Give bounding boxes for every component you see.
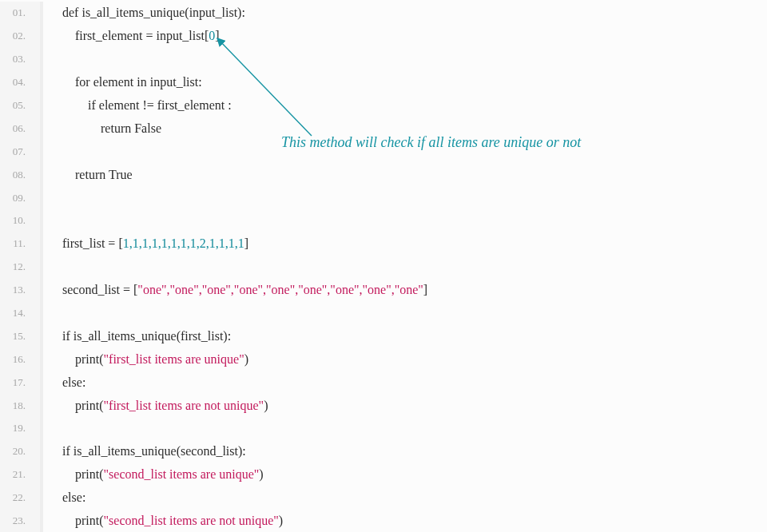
- code-line: 02. first_element = input_list[0]: [0, 25, 767, 48]
- line-number: 04.: [0, 71, 43, 94]
- line-number: 13.: [0, 279, 43, 302]
- code-line: 04. for element in input_list:: [0, 71, 767, 94]
- code-line: 23. print("second_list items are not uni…: [0, 510, 767, 532]
- code-line: 11. first_list = [1,1,1,1,1,1,1,1,2,1,1,…: [0, 232, 767, 256]
- code-text: [43, 52, 66, 66]
- code-line: 22. else:: [0, 486, 767, 510]
- line-number: 02.: [0, 25, 43, 48]
- code-text: else:: [43, 490, 85, 505]
- code-text: else:: [43, 375, 85, 390]
- line-number: 20.: [0, 440, 43, 463]
- annotation-text: This method will check if all items are …: [281, 134, 581, 151]
- line-number: 14.: [0, 302, 43, 325]
- code-text: second_list = ["one","one","one","one","…: [43, 283, 427, 297]
- code-line: 12.: [0, 256, 767, 279]
- code-text: if element != first_element :: [43, 98, 232, 113]
- code-text: if is_all_items_unique(second_list):: [43, 444, 246, 459]
- line-number: 11.: [0, 232, 43, 256]
- line-number: 18.: [0, 394, 43, 417]
- code-line: 15. if is_all_items_unique(first_list):: [0, 324, 767, 347]
- code-text: def is_all_items_unique(input_list):: [43, 6, 245, 20]
- code-line: 14.: [0, 302, 767, 325]
- code-text: [43, 213, 66, 228]
- code-line: 17. else:: [0, 371, 767, 394]
- code-line: 18. print("first_list items are not uniq…: [0, 394, 767, 417]
- code-text: print("first_list items are unique"): [43, 352, 248, 367]
- code-line: 21. print("second_list items are unique"…: [0, 463, 767, 486]
- line-number: 09.: [0, 186, 43, 209]
- code-line: 20. if is_all_items_unique(second_list):: [0, 440, 767, 463]
- line-number: 05.: [0, 94, 43, 117]
- code-text: print("second_list items are not unique"…: [43, 514, 283, 528]
- line-number: 23.: [0, 510, 43, 532]
- line-number: 08.: [0, 163, 43, 186]
- line-number: 17.: [0, 371, 43, 394]
- line-number: 15.: [0, 324, 43, 347]
- code-text: first_element = input_list[0]: [43, 29, 220, 43]
- code-text: [43, 260, 66, 274]
- code-line: 16. print("first_list items are unique"): [0, 347, 767, 371]
- code-text: if is_all_items_unique(first_list):: [43, 329, 231, 343]
- code-text: [43, 145, 66, 159]
- code-text: [43, 191, 66, 205]
- code-text: print("first_list items are not unique"): [43, 399, 268, 413]
- line-number: 12.: [0, 256, 43, 279]
- code-line: 01. def is_all_items_unique(input_list):: [0, 2, 767, 25]
- code-text: return False: [43, 121, 161, 136]
- code-text: print("second_list items are unique"): [43, 467, 264, 482]
- code-line: 19.: [0, 417, 767, 440]
- code-line: 03.: [0, 48, 767, 71]
- code-text: return True: [43, 168, 133, 182]
- code-line: 08. return True: [0, 163, 767, 186]
- line-number: 03.: [0, 48, 43, 71]
- code-line: 05. if element != first_element :: [0, 94, 767, 117]
- code-text: first_list = [1,1,1,1,1,1,1,1,2,1,1,1,1]: [43, 236, 248, 251]
- line-number: 22.: [0, 486, 43, 510]
- line-number: 07.: [0, 140, 43, 163]
- line-number: 06.: [0, 117, 43, 140]
- code-text: for element in input_list:: [43, 75, 202, 89]
- line-number: 16.: [0, 347, 43, 371]
- code-line: 10.: [0, 209, 767, 232]
- line-number: 01.: [0, 2, 43, 25]
- code-text: [43, 421, 66, 435]
- line-number: 10.: [0, 209, 43, 232]
- line-number: 19.: [0, 417, 43, 440]
- code-text: [43, 306, 66, 320]
- code-block: 01. def is_all_items_unique(input_list):…: [0, 0, 767, 532]
- line-number: 21.: [0, 463, 43, 486]
- code-line: 09.: [0, 186, 767, 209]
- code-line: 13. second_list = ["one","one","one","on…: [0, 279, 767, 302]
